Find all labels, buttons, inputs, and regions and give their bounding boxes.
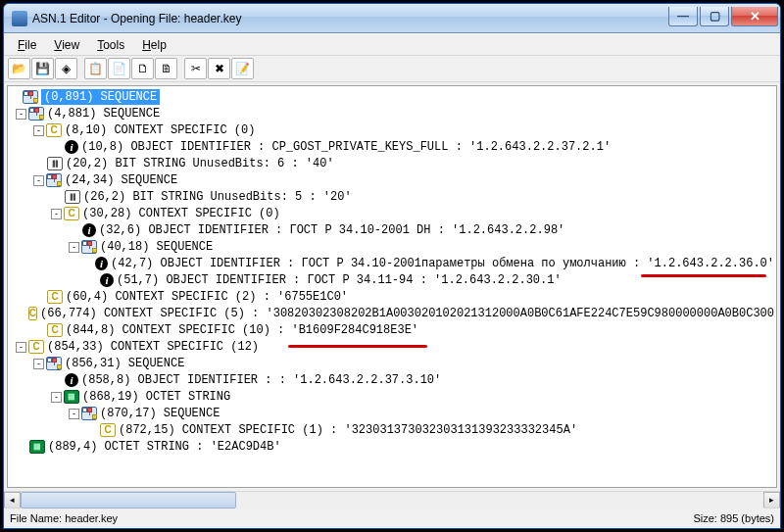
oid-icon: i xyxy=(100,273,114,287)
tree-row[interactable]: -C(30,28) CONTEXT SPECIFIC (0) xyxy=(10,206,774,221)
context-icon: C xyxy=(47,290,63,304)
tree-row[interactable]: C(844,8) CONTEXT SPECIFIC (10) : 'B1609F… xyxy=(10,322,774,338)
sequence-icon xyxy=(23,90,38,104)
doc-button[interactable]: 🗎 xyxy=(155,58,177,79)
highlight-underline xyxy=(641,274,766,277)
tree-row[interactable]: -(856,31) SEQUENCE xyxy=(10,356,774,371)
toolbar: 📂 💾 ◈ 📋 📄 🗋 🗎 ✂ ✖ 📝 xyxy=(4,55,780,82)
tree-row[interactable]: -(4,881) SEQUENCE xyxy=(10,106,774,121)
sequence-icon xyxy=(46,173,62,187)
app-icon xyxy=(12,11,27,26)
tree-row[interactable]: ▦(889,4) OCTET STRING : 'E2AC9D4B' xyxy=(10,439,774,455)
delete-button[interactable]: ✖ xyxy=(208,58,230,79)
maximize-button[interactable]: ▢ xyxy=(700,7,729,26)
horizontal-scrollbar[interactable]: ◂ ▸ xyxy=(4,491,780,508)
expand-toggle[interactable]: - xyxy=(33,175,44,186)
new-button[interactable]: 🗋 xyxy=(131,58,154,79)
bitstring-icon: ∥∥ xyxy=(47,157,63,170)
expand-toggle[interactable]: - xyxy=(69,409,79,419)
titlebar[interactable]: ASN.1 Editor - Opening File: header.key … xyxy=(4,4,780,33)
tree-row[interactable]: ∥∥(20,2) BIT STRING UnusedBits: 6 : '40' xyxy=(10,156,774,171)
expand-toggle[interactable]: - xyxy=(69,242,79,253)
menubar: File View Tools Help xyxy=(4,33,780,55)
tree-row[interactable]: (0,891) SEQUENCE xyxy=(10,89,774,105)
window-title: ASN.1 Editor - Opening File: header.key xyxy=(32,12,668,25)
octet-icon: ▦ xyxy=(64,390,79,404)
minimize-button[interactable]: — xyxy=(668,7,698,26)
app-window: ASN.1 Editor - Opening File: header.key … xyxy=(3,3,781,529)
tree-row[interactable]: -(40,18) SEQUENCE xyxy=(10,239,774,255)
tree-row[interactable]: C(872,15) CONTEXT SPECIFIC (1) : '323031… xyxy=(10,422,774,438)
tree-row[interactable]: i(10,8) OBJECT IDENTIFIER : CP_GOST_PRIV… xyxy=(10,139,774,155)
sequence-icon xyxy=(46,357,62,370)
tree-row[interactable]: -C(8,10) CONTEXT SPECIFIC (0) xyxy=(10,122,774,138)
tree-row[interactable]: -▦(868,19) OCTET STRING xyxy=(10,389,774,405)
save-button[interactable]: 💾 xyxy=(31,58,54,79)
sequence-icon xyxy=(81,240,97,254)
refresh-button[interactable]: ◈ xyxy=(55,58,77,79)
tree-row[interactable]: -(870,17) SEQUENCE xyxy=(10,406,774,421)
tree-row[interactable]: i(42,7) OBJECT IDENTIFIER : ГОСТ Р 34.10… xyxy=(10,256,774,271)
context-icon: C xyxy=(28,340,44,354)
cut-button[interactable]: ✂ xyxy=(184,58,207,79)
paste-button[interactable]: 📄 xyxy=(108,58,130,79)
octet-icon: ▦ xyxy=(29,440,45,454)
open-button[interactable]: 📂 xyxy=(8,58,30,79)
status-filename: File Name: header.key xyxy=(10,512,118,524)
scroll-right-button[interactable]: ▸ xyxy=(763,492,780,508)
tree-row[interactable]: i(32,6) OBJECT IDENTIFIER : ГОСТ Р 34.10… xyxy=(10,222,774,238)
tree-panel[interactable]: (0,891) SEQUENCE -(4,881) SEQUENCE -C(8,… xyxy=(7,85,777,488)
status-size: Size: 895 (bytes) xyxy=(693,512,774,524)
scroll-track[interactable] xyxy=(21,492,763,508)
oid-icon: i xyxy=(65,373,78,387)
sequence-icon xyxy=(28,107,44,121)
tree-row[interactable]: i(858,8) OBJECT IDENTIFIER : : '1.2.643.… xyxy=(10,372,774,388)
statusbar: File Name: header.key Size: 895 (bytes) xyxy=(4,508,780,528)
properties-button[interactable]: 📝 xyxy=(231,58,254,79)
menu-file[interactable]: File xyxy=(10,36,44,54)
expand-toggle[interactable]: - xyxy=(33,125,44,136)
context-icon: C xyxy=(100,423,116,437)
tree-row[interactable]: ∥∥(26,2) BIT STRING UnusedBits: 5 : '20' xyxy=(10,189,774,205)
expand-toggle[interactable]: - xyxy=(16,109,26,120)
tree-row[interactable]: C(60,4) CONTEXT SPECIFIC (2) : '6755E1C0… xyxy=(10,289,774,305)
tree-row[interactable]: -(24,34) SEQUENCE xyxy=(10,172,774,188)
context-icon: C xyxy=(47,323,63,337)
context-icon: C xyxy=(46,123,62,137)
scroll-thumb[interactable] xyxy=(21,492,236,508)
context-icon: C xyxy=(64,207,79,220)
close-button[interactable]: ✕ xyxy=(731,7,778,26)
oid-icon: i xyxy=(65,140,78,154)
expand-toggle[interactable]: - xyxy=(51,392,62,403)
oid-icon: i xyxy=(82,223,96,237)
menu-tools[interactable]: Tools xyxy=(89,36,132,54)
menu-view[interactable]: View xyxy=(46,36,87,54)
expand-toggle[interactable]: - xyxy=(33,359,44,369)
tree-row[interactable]: C(66,774) CONTEXT SPECIFIC (5) : '308203… xyxy=(10,306,774,321)
copy-button[interactable]: 📋 xyxy=(84,58,107,79)
scroll-left-button[interactable]: ◂ xyxy=(4,492,21,508)
context-icon: C xyxy=(28,307,37,320)
menu-help[interactable]: Help xyxy=(134,36,174,54)
expand-toggle[interactable]: - xyxy=(16,342,26,353)
oid-icon: i xyxy=(95,257,108,270)
expand-toggle[interactable]: - xyxy=(51,209,62,219)
sequence-icon xyxy=(81,407,97,420)
highlight-underline xyxy=(288,345,427,348)
bitstring-icon: ∥∥ xyxy=(65,190,80,204)
